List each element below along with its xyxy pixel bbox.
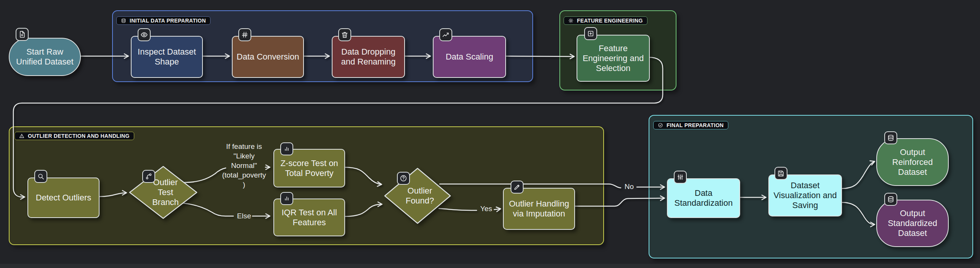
edge-label-branch-zscore: If feature is "Likely Normal" (total_pov… [217, 142, 271, 189]
branch-icon [145, 173, 153, 180]
node-badge-out_standardized [884, 193, 897, 206]
node-start: Start Raw Unified Dataset [9, 38, 81, 76]
node-badge-imputation [511, 181, 524, 194]
sliders-icon [676, 173, 684, 181]
node-badge-conversion [238, 28, 251, 41]
pencil-icon [513, 183, 521, 191]
node-inspect: Inspect Dataset Shape [131, 36, 203, 78]
database-icon [887, 195, 895, 203]
node-badge-start [16, 28, 29, 41]
flowchart-canvas: INITIAL DATA PREPARATIONFEATURE ENGINEER… [0, 0, 980, 268]
search-icon [37, 173, 45, 180]
node-iqr: IQR Test on All Features [273, 199, 345, 236]
trash-icon [341, 31, 349, 39]
node-branch: Outlier Test Branch [129, 166, 198, 219]
node-badge-scaling [439, 28, 452, 41]
node-out_standardized: Output Standardized Dataset [876, 200, 949, 247]
node-label: Outlier Handling via Imputation [507, 199, 572, 219]
node-feature: Feature Engineering and Selection [577, 35, 650, 82]
node-scaling: Data Scaling [433, 36, 506, 78]
edge-scaling-feature [505, 56, 574, 57]
trend-up-icon [442, 31, 450, 39]
node-badge-zscore [280, 142, 293, 155]
bar-chart-icon [283, 145, 291, 153]
node-label: Detect Outliers [34, 193, 94, 203]
node-badge-standardization [674, 171, 687, 184]
edge-viz-out_reinforced [841, 161, 874, 189]
node-viz: Dataset Visualization and Saving [768, 174, 842, 216]
edge-label-branch-iqr: Else [234, 211, 254, 221]
node-badge-iqr [280, 192, 293, 205]
node-label: Inspect Dataset Shape [135, 47, 198, 67]
node-badge-viz [774, 167, 787, 180]
node-zscore: Z-score Test on Total Poverty [273, 149, 345, 187]
node-badge-found [397, 172, 410, 185]
node-label: Feature Engineering and Selection [580, 44, 646, 73]
node-label: Outlier Found? [384, 168, 456, 224]
node-standardization: Data Standardization [667, 178, 740, 218]
node-badge-detect [34, 170, 47, 183]
node-label: Start Raw Unified Dataset [14, 47, 76, 67]
edge-zscore-found [344, 167, 381, 184]
node-dropping: Data Dropping and Renaming [332, 36, 405, 78]
node-conversion: Data Conversion [232, 36, 304, 78]
bar-chart-icon [283, 195, 291, 202]
node-label: Output Reinforced Dataset [890, 147, 935, 177]
node-badge-branch [142, 170, 155, 183]
help-icon [400, 174, 407, 182]
node-badge-dropping [338, 28, 351, 41]
window-bottom-edge [0, 264, 980, 268]
edge-label-found-imputation: Yes [477, 204, 496, 213]
node-label: Data Conversion [235, 52, 302, 62]
node-label: Outlier Test Branch [129, 166, 202, 219]
node-detect: Detect Outliers [27, 178, 100, 218]
node-label: Data Scaling [443, 52, 496, 62]
node-label: Output Standardized Dataset [885, 208, 940, 238]
node-badge-inspect [138, 28, 151, 41]
eye-icon [140, 31, 148, 39]
node-imputation: Outlier Handling via Imputation [503, 188, 575, 230]
save-icon [777, 170, 785, 177]
node-badge-out_reinforced [884, 131, 897, 144]
node-found: Outlier Found? [384, 168, 451, 224]
plus-square-icon [587, 30, 594, 37]
edge-iqr-found [344, 204, 382, 216]
node-label: Data Standardization [672, 188, 735, 208]
edge-label-found-standardization: No [620, 182, 638, 191]
node-label: Z-score Test on Total Poverty [278, 158, 340, 178]
database-icon [887, 134, 895, 142]
node-label: Dataset Visualization and Saving [771, 181, 839, 210]
hash-icon [241, 31, 249, 39]
node-badge-feature [584, 27, 597, 40]
node-label: IQR Test on All Features [279, 208, 339, 228]
node-out_reinforced: Output Reinforced Dataset [876, 138, 949, 186]
file-icon [18, 31, 26, 38]
edge-detect-branch [98, 193, 126, 197]
node-label: Data Dropping and Renaming [339, 47, 398, 67]
edge-viz-out_standardized [841, 202, 874, 224]
edge-imputation-standardization [574, 198, 664, 206]
